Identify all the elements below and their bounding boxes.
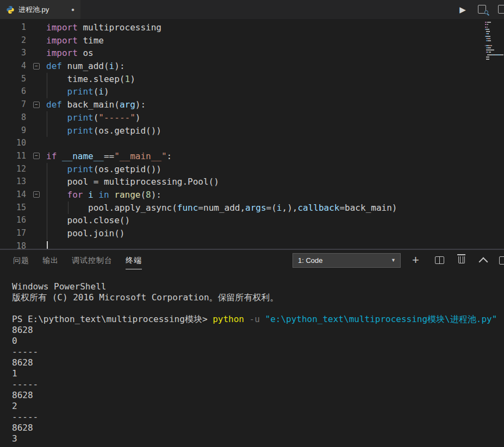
code-text: pool = multiprocessing.Pool() (46, 175, 504, 188)
run-python-file-button[interactable]: ▶ (457, 4, 469, 16)
token: "-----" (98, 112, 135, 123)
minimap[interactable] (485, 22, 503, 64)
terminal-token: ----- (12, 412, 38, 422)
line-number: 16 (0, 214, 26, 227)
token: ) (135, 112, 141, 123)
token: == (104, 151, 114, 161)
code-line[interactable]: 7−def back_main(arg): (0, 98, 504, 111)
gutter (26, 73, 46, 86)
fold-icon[interactable]: − (33, 153, 40, 159)
token: multiprocessing (78, 22, 161, 33)
split-terminal-button[interactable] (435, 256, 444, 264)
terminal-output[interactable]: Windows PowerShell版权所有 (C) 2016 Microsof… (0, 273, 504, 447)
gutter (26, 47, 46, 60)
new-terminal-button[interactable]: + (412, 250, 419, 270)
code-line[interactable]: 8 print("-----") (0, 111, 504, 124)
code-line[interactable]: 3import os (0, 47, 504, 60)
token (94, 190, 99, 200)
line-number: 1 (0, 21, 26, 34)
terminal-line: ----- (12, 379, 504, 390)
vscode-window: 进程池.py ● ▶ 1import multiprocessing2impor… (0, 0, 504, 447)
gutter (26, 137, 46, 150)
terminal-line: 3 (12, 433, 504, 444)
token: ( (140, 190, 146, 200)
token: __name__ (62, 151, 104, 161)
code-line[interactable]: 11−if __name__=="__main__": (0, 150, 504, 163)
panel-tab-problems[interactable]: 问题 (13, 256, 29, 269)
code-text: pool.apply_async(func=num_add,args=(i,),… (46, 202, 504, 215)
terminal-token: 2 (12, 401, 17, 411)
line-number: 17 (0, 227, 26, 240)
panel-tab-output[interactable]: 输出 (42, 256, 59, 269)
code-text: time.sleep(1) (46, 73, 504, 86)
kill-terminal-button[interactable] (457, 255, 465, 265)
terminal-line: 8628 (12, 423, 504, 433)
code-line[interactable]: 9 print(os.getpid()) (0, 124, 504, 137)
code-lines: 1import multiprocessing2import time3impo… (0, 21, 504, 251)
fold-icon[interactable]: − (33, 63, 40, 70)
terminal-picker-dropdown[interactable]: 1: Code ▼ (293, 253, 401, 268)
terminal-line: 8628 (12, 390, 504, 401)
panel-tab-strip: 问题输出调试控制台终端 (13, 256, 142, 269)
terminal-line: ----- (12, 347, 504, 357)
code-text: print(os.getpid()) (46, 163, 504, 176)
indent-guide (47, 227, 47, 240)
close-panel-button[interactable] (499, 256, 504, 265)
token: (os.getpid()) (94, 164, 161, 174)
code-line[interactable]: 5 time.sleep(1) (0, 73, 504, 86)
token: import (46, 35, 78, 46)
code-line[interactable]: 4−def num_add(i): (0, 60, 504, 73)
code-text: print(i) (46, 85, 504, 98)
line-number: 6 (0, 85, 26, 98)
indent-guide (47, 214, 47, 227)
tab-file[interactable]: 进程池.py ● (0, 0, 80, 19)
code-line[interactable]: 17 pool.join() (0, 227, 504, 240)
terminal-token: Windows PowerShell (12, 281, 106, 292)
search-icon[interactable] (478, 5, 486, 14)
token: pool = multiprocessing.Pool() (46, 177, 219, 187)
gutter (26, 21, 46, 34)
modified-dot-icon[interactable]: ● (71, 7, 74, 12)
code-line[interactable]: 2import time (0, 34, 504, 47)
terminal-line: PS E:\python_text\multiprocessing模块> pyt… (12, 314, 504, 325)
code-text: print(os.getpid()) (46, 124, 504, 137)
fold-icon[interactable]: − (33, 191, 40, 198)
token (46, 112, 67, 123)
token (46, 125, 67, 136)
code-line[interactable]: 16 pool.close() (0, 214, 504, 227)
token: print (67, 164, 94, 174)
terminal-token: 3 (12, 433, 17, 444)
code-line[interactable]: 6 print(i) (0, 85, 504, 98)
maximize-panel-button[interactable] (479, 257, 488, 267)
bottom-panel: 问题输出调试控制台终端 1: Code ▼ + Windows PowerShe… (0, 249, 504, 447)
panel-tab-debug-console[interactable]: 调试控制台 (72, 256, 113, 269)
line-number: 2 (0, 34, 26, 47)
editor-tab-bar: 进程池.py ● ▶ (0, 0, 504, 19)
token: i (109, 61, 115, 71)
indent-guide (47, 175, 47, 188)
split-editor-icon[interactable] (498, 5, 504, 14)
code-line[interactable]: 10 (0, 137, 504, 150)
panel-tab-terminal[interactable]: 终端 (126, 256, 142, 269)
token (109, 190, 115, 200)
token: def (46, 99, 62, 110)
terminal-token: ----- (12, 379, 38, 389)
token: ): (135, 99, 146, 110)
terminal-line (12, 303, 504, 314)
terminal-line: 8628 (12, 325, 504, 336)
code-text: pool.join() (46, 227, 504, 240)
gutter (26, 85, 46, 98)
code-line[interactable]: 14− for i in range(8): (0, 188, 504, 202)
code-line[interactable]: 12 print(os.getpid()) (0, 163, 504, 176)
code-editor[interactable]: 1import multiprocessing2import time3impo… (0, 19, 504, 251)
code-line[interactable]: 15 pool.apply_async(func=num_add,args=(i… (0, 202, 504, 215)
code-line[interactable]: 13 pool = multiprocessing.Pool() (0, 175, 504, 188)
terminal-token: 8628 (12, 390, 33, 400)
token (46, 190, 67, 200)
indent-guide (47, 188, 47, 202)
token: pool.join() (46, 228, 125, 238)
code-text: if __name__=="__main__": (46, 150, 504, 163)
fold-icon[interactable]: − (33, 102, 40, 108)
code-line[interactable]: 1import multiprocessing (0, 21, 504, 34)
token: import (46, 22, 78, 33)
